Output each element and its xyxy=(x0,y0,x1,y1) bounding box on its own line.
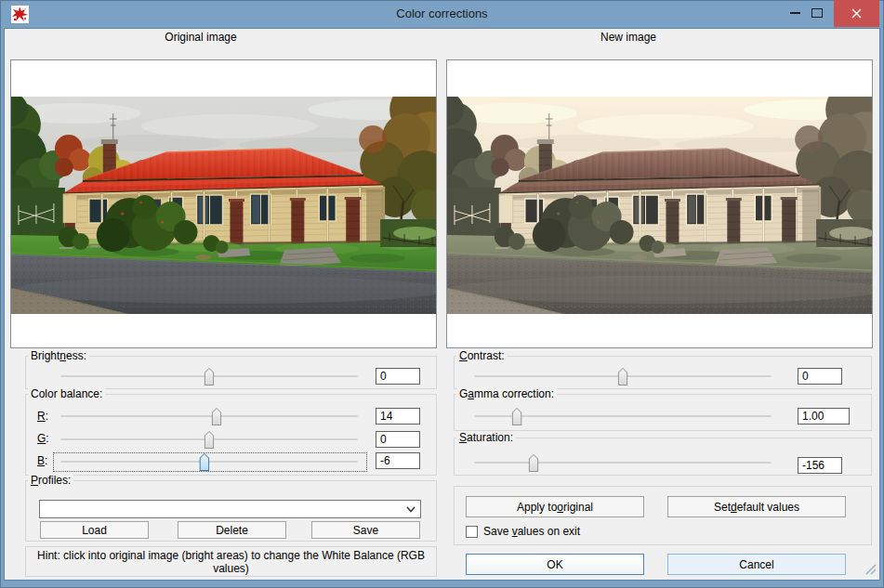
contrast-value-input[interactable] xyxy=(798,368,842,385)
original-image-label: Original image xyxy=(108,31,294,44)
brightness-slider[interactable] xyxy=(60,368,358,385)
new-photo xyxy=(447,97,872,314)
saturation-slider-thumb[interactable] xyxy=(529,454,539,472)
color-corrections-dialog: Color corrections Original image New ima… xyxy=(0,0,884,588)
new-image-panel xyxy=(446,59,873,348)
saturation-label: Saturation: xyxy=(456,431,516,444)
window-title: Color corrections xyxy=(0,7,884,20)
brightness-label: Brightness: xyxy=(28,349,89,362)
hint-text: Hint: click into original image (bright … xyxy=(25,546,437,577)
maximize-button[interactable] xyxy=(807,2,827,24)
brightness-value-input[interactable] xyxy=(376,368,420,385)
saturation-slider-track[interactable] xyxy=(474,462,772,464)
resize-grip[interactable] xyxy=(861,559,877,576)
green-slider-thumb[interactable] xyxy=(205,431,215,449)
cancel-button[interactable]: Cancel xyxy=(667,554,846,575)
save-button[interactable]: Save xyxy=(311,521,420,539)
gamma-slider[interactable] xyxy=(474,408,772,425)
save-values-on-exit-label: Save values on exit xyxy=(483,525,580,538)
saturation-value-input[interactable] xyxy=(798,457,842,474)
minimize-button[interactable] xyxy=(785,2,805,24)
close-icon xyxy=(851,8,862,19)
green-slider[interactable] xyxy=(60,431,358,449)
red-value-input[interactable] xyxy=(376,408,420,425)
color-balance-label: Color balance: xyxy=(28,387,105,400)
blue-slider-thumb[interactable] xyxy=(199,453,209,471)
new-image-label: New image xyxy=(535,31,721,44)
set-default-values-button[interactable]: Set default values xyxy=(667,496,846,517)
save-values-on-exit-checkbox[interactable] xyxy=(466,526,478,538)
minimize-icon xyxy=(790,12,800,14)
gamma-slider-thumb[interactable] xyxy=(512,408,522,425)
red-label: R: xyxy=(37,410,48,423)
profiles-combobox-value xyxy=(40,503,44,516)
blue-label: B: xyxy=(37,454,47,467)
green-value-input[interactable] xyxy=(376,431,420,448)
maximize-icon xyxy=(811,8,823,18)
contrast-slider-thumb[interactable] xyxy=(618,368,628,385)
contrast-slider[interactable] xyxy=(474,368,772,385)
original-photo[interactable] xyxy=(11,97,436,314)
red-slider[interactable] xyxy=(60,408,358,425)
blue-slider[interactable] xyxy=(60,453,358,471)
gamma-label: Gamma correction: xyxy=(456,387,557,400)
blue-value-input[interactable] xyxy=(376,452,420,469)
load-button[interactable]: Load xyxy=(40,521,149,539)
titlebar[interactable]: Color corrections xyxy=(0,0,884,29)
red-slider-thumb[interactable] xyxy=(212,408,222,425)
red-slider-track[interactable] xyxy=(60,415,358,417)
chevron-down-icon xyxy=(406,506,416,513)
delete-button[interactable]: Delete xyxy=(178,521,286,539)
apply-to-original-button[interactable]: Apply to original xyxy=(466,496,644,517)
ok-button[interactable]: OK xyxy=(466,554,644,575)
contrast-label: Contrast: xyxy=(456,349,508,362)
close-button[interactable] xyxy=(834,0,879,27)
gamma-value-input[interactable] xyxy=(798,408,850,425)
original-image-panel xyxy=(10,59,437,348)
profiles-label: Profiles: xyxy=(28,474,73,487)
green-label: G: xyxy=(37,432,49,445)
profiles-combobox[interactable] xyxy=(39,500,421,518)
saturation-slider[interactable] xyxy=(474,454,772,472)
brightness-slider-thumb[interactable] xyxy=(205,368,215,385)
